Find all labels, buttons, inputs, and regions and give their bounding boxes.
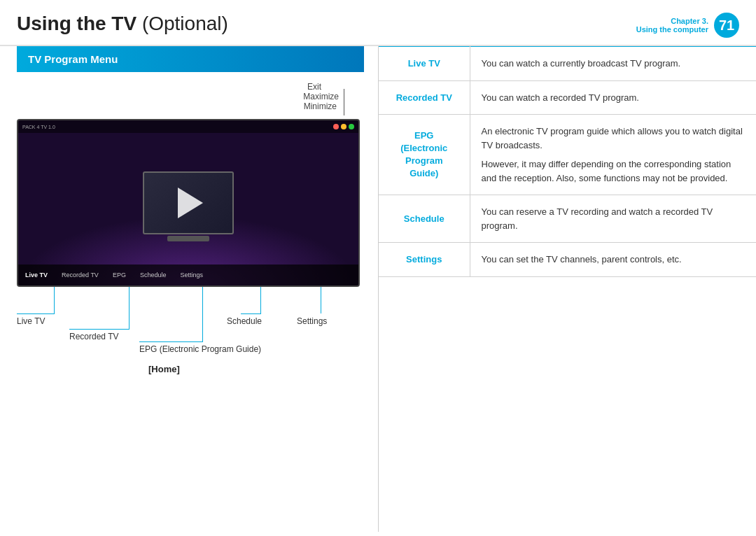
schedule-label: Schedule: [227, 316, 262, 326]
epg-cell-desc: An electronic TV program guide which all…: [470, 115, 756, 195]
epg-connector-v: [202, 287, 203, 341]
table-row-epg: EPG(ElectronicProgram Guide) An electron…: [379, 115, 756, 195]
tv-top-dots: [333, 124, 354, 129]
recorded-tv-cell-desc: You can watch a recorded TV program.: [470, 80, 756, 115]
schedule-connector-h: [241, 313, 261, 314]
page-title: Using the TV (Optional): [17, 13, 228, 35]
maximize-label: Maximize: [303, 92, 339, 101]
epg-cell-label: EPG(ElectronicProgram Guide): [379, 115, 470, 195]
live-tv-label: Live TV: [17, 316, 45, 326]
left-panel: TV Program Menu Exit Maximize Minimize P…: [0, 46, 378, 532]
controls-bar: [344, 89, 344, 115]
recorded-tv-cell-label: Recorded TV: [379, 80, 470, 115]
table-row-recorded-tv: Recorded TV You can watch a recorded TV …: [379, 80, 756, 115]
tv-tab-schedule[interactable]: Schedule: [140, 271, 167, 278]
close-dot[interactable]: [333, 124, 339, 129]
tv-tab-epg[interactable]: EPG: [113, 271, 126, 278]
settings-cell-desc: You can set the TV channels, parent cont…: [470, 243, 756, 277]
live-tv-cell-label: Live TV: [379, 47, 470, 81]
tv-top-text: PACK 4 TV 1.0: [22, 125, 55, 129]
minimize-label: Minimize: [304, 101, 337, 111]
info-table: Live TV You can watch a currently broadc…: [379, 46, 756, 277]
live-tv-connector-v: [54, 287, 55, 313]
chapter-badge: 71: [714, 13, 739, 38]
tv-tab-recorded[interactable]: Recorded TV: [62, 271, 99, 278]
settings-cell-label: Settings: [379, 243, 470, 277]
table-row-schedule: Schedule You can reserve a TV recording …: [379, 195, 756, 243]
recorded-tv-connector-v: [129, 287, 130, 329]
tv-top-bar: PACK 4 TV 1.0: [18, 120, 358, 133]
epg-label: EPG (Electronic Program Guide): [139, 344, 261, 354]
maximize-dot[interactable]: [349, 124, 354, 129]
tv-monitor: [143, 171, 234, 234]
recorded-tv-label: Recorded TV: [69, 332, 118, 341]
section-header: TV Program Menu: [17, 46, 364, 72]
page-header: Using the TV (Optional) Chapter 3. Using…: [0, 0, 756, 46]
tv-taskbar: Live TV Recorded TV EPG Schedule Setting…: [18, 265, 358, 285]
play-button[interactable]: [178, 188, 203, 218]
controls-area: Exit Maximize Minimize: [17, 80, 360, 119]
chapter-line1: Chapter 3.: [636, 17, 708, 25]
settings-connector-v: [321, 287, 321, 313]
tv-screen: PACK 4 TV 1.0 Live TV Recorded TV EPG Sc…: [17, 119, 360, 287]
live-tv-cell-desc: You can watch a currently broadcast TV p…: [470, 47, 756, 81]
recorded-tv-connector-h: [69, 329, 130, 330]
schedule-cell-desc: You can reserve a TV recording and watch…: [470, 195, 756, 243]
chapter-info: Chapter 3. Using the computer 71: [636, 13, 739, 38]
right-panel: Live TV You can watch a currently broadc…: [378, 46, 756, 532]
schedule-connector-v: [260, 287, 261, 313]
table-row-settings: Settings You can set the TV channels, pa…: [379, 243, 756, 277]
minimize-dot[interactable]: [341, 124, 346, 129]
live-tv-connector-h: [17, 313, 55, 314]
epg-connector-h: [139, 341, 203, 342]
tv-tab-settings[interactable]: Settings: [180, 271, 203, 278]
tv-tab-live[interactable]: Live TV: [25, 271, 48, 278]
tv-screenshot: PACK 4 TV 1.0 Live TV Recorded TV EPG Sc…: [17, 119, 364, 378]
home-label: [Home]: [148, 364, 180, 374]
exit-label: Exit: [307, 82, 321, 92]
main-content: TV Program Menu Exit Maximize Minimize P…: [0, 46, 756, 532]
settings-label: Settings: [297, 316, 327, 326]
schedule-cell-label: Schedule: [379, 195, 470, 243]
labels-area: Live TV Recorded TV EPG (Electronic Prog…: [17, 287, 360, 378]
chapter-line2: Using the computer: [636, 25, 708, 34]
table-row-live-tv: Live TV You can watch a currently broadc…: [379, 47, 756, 81]
